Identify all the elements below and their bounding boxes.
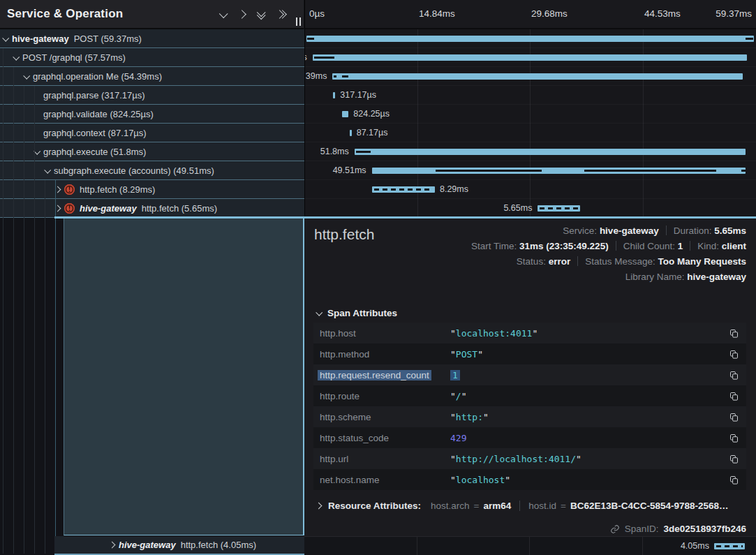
span-attributes-header[interactable]: Span Attributes bbox=[316, 308, 397, 318]
span-label: http.fetch (8.29ms) bbox=[80, 184, 155, 195]
span-bar[interactable] bbox=[350, 130, 352, 136]
timeline-row[interactable] bbox=[305, 29, 756, 48]
resource-attributes-row[interactable]: Resource Attributes: host.arch = arm64 h… bbox=[316, 501, 746, 511]
copy-icon bbox=[729, 475, 739, 485]
number-value: 429 bbox=[450, 433, 466, 443]
chevron-right-icon[interactable] bbox=[109, 542, 116, 549]
quote: " bbox=[576, 454, 581, 464]
span-bar[interactable] bbox=[372, 186, 435, 193]
tree-row[interactable]: POST /graphql (57.57ms) bbox=[0, 48, 304, 67]
attribute-value: "POST" bbox=[450, 349, 721, 360]
timeline-row[interactable]: 5.65ms bbox=[305, 199, 756, 218]
copy-value-button[interactable] bbox=[721, 453, 746, 464]
span-bar[interactable] bbox=[372, 168, 746, 174]
span-id-label: SpanID: bbox=[625, 524, 659, 534]
tree-row[interactable]: graphql.context (87.17µs) bbox=[0, 124, 304, 142]
tree-row[interactable]: !http.fetch (8.29ms) bbox=[0, 180, 304, 199]
timeline-row[interactable]: 57.57ms bbox=[305, 48, 756, 67]
tree-row[interactable]: subgraph.execute (accounts) (49.51ms) bbox=[0, 161, 304, 180]
quote: " bbox=[450, 328, 456, 339]
tree-row[interactable]: !hive-gatewayhttp.fetch (5.65ms) bbox=[0, 199, 304, 218]
indent-guide bbox=[13, 67, 14, 554]
meta-label: Status: bbox=[517, 256, 549, 267]
timeline-row[interactable]: 317.17µs bbox=[305, 86, 756, 105]
copy-value-button[interactable] bbox=[721, 327, 746, 339]
quote: " bbox=[450, 475, 456, 485]
span-attributes-table: http.host"localhost:4011"http.method"POS… bbox=[313, 323, 746, 490]
resource-attr-value: BC62E13B-C4CC-5854-9788-2568… bbox=[570, 501, 729, 511]
span-bar[interactable] bbox=[342, 111, 348, 117]
tree-row[interactable]: hive-gatewayPOST (59.37ms) bbox=[0, 29, 304, 48]
tick-label: 44.53ms bbox=[644, 8, 681, 19]
copy-value-button[interactable] bbox=[721, 348, 746, 360]
panel-resize-handle[interactable] bbox=[296, 17, 301, 26]
timeline-row[interactable]: 4.05ms bbox=[304, 537, 756, 555]
chevron-down-icon[interactable] bbox=[2, 34, 9, 41]
span-bar[interactable] bbox=[355, 149, 746, 155]
timeline-row[interactable]: 87.17µs bbox=[305, 124, 756, 142]
attribute-row[interactable]: http.request.resend_count1 bbox=[313, 364, 746, 385]
span-bar[interactable] bbox=[306, 36, 755, 42]
copy-icon bbox=[729, 412, 739, 422]
expand-all-icon[interactable] bbox=[276, 11, 286, 17]
attribute-row[interactable]: http.method"POST" bbox=[313, 343, 746, 364]
copy-value-button[interactable] bbox=[721, 474, 746, 485]
duration-label: 824.25µs bbox=[353, 109, 390, 119]
attribute-row[interactable]: http.status_code429 bbox=[313, 427, 746, 448]
equals-sign: = bbox=[561, 501, 566, 511]
chevron-down-icon[interactable] bbox=[44, 166, 51, 173]
collapse-all-icon[interactable] bbox=[258, 10, 264, 19]
attribute-row[interactable]: http.host"localhost:4011" bbox=[313, 323, 746, 343]
indent-guide bbox=[34, 86, 35, 554]
chevron-down-icon[interactable] bbox=[13, 53, 20, 60]
quote: " bbox=[450, 454, 456, 464]
timeline-row[interactable]: 8.29ms bbox=[305, 180, 756, 199]
copy-value-button[interactable] bbox=[721, 369, 746, 380]
quote: " bbox=[450, 391, 456, 401]
timeline-row[interactable]: 51.8ms bbox=[305, 142, 756, 161]
span-bar[interactable] bbox=[538, 205, 580, 212]
tree-row[interactable]: graphql.validate (824.25µs) bbox=[0, 105, 304, 124]
attribute-row[interactable]: net.host.name"localhost" bbox=[313, 469, 746, 490]
meta-value: error bbox=[549, 256, 571, 267]
quote: " bbox=[505, 475, 510, 485]
tree-row[interactable]: graphql.execute (51.8ms) bbox=[0, 142, 304, 161]
attribute-row[interactable]: http.scheme"http:" bbox=[313, 406, 746, 427]
tree-row[interactable]: graphql.parse (317.17µs) bbox=[0, 86, 304, 105]
span-bar[interactable] bbox=[313, 54, 747, 61]
meta-label: Child Count: bbox=[623, 241, 678, 251]
span-bar[interactable] bbox=[714, 543, 745, 549]
child-span-mark bbox=[356, 151, 371, 153]
attribute-row[interactable]: http.route"/" bbox=[313, 385, 746, 406]
timeline-row[interactable]: 824.25µs bbox=[305, 105, 756, 124]
attribute-row[interactable]: http.url"http://localhost:4011/" bbox=[313, 448, 746, 469]
copy-value-button[interactable] bbox=[721, 390, 746, 401]
divider bbox=[519, 501, 520, 511]
child-span-mark bbox=[741, 170, 745, 172]
span-label: POST (59.37ms) bbox=[74, 34, 142, 44]
copy-value-button[interactable] bbox=[721, 432, 746, 443]
tree-gutter bbox=[0, 218, 64, 555]
timeline-row[interactable]: 54.39ms bbox=[305, 67, 756, 86]
string-value: http: bbox=[456, 412, 483, 422]
span-bar[interactable] bbox=[332, 73, 743, 80]
duration-label: 87.17µs bbox=[357, 128, 388, 138]
link-icon[interactable] bbox=[610, 524, 620, 534]
indent-guide-active bbox=[55, 180, 56, 536]
tree-row[interactable]: graphql.operation Me (54.39ms) bbox=[0, 67, 304, 86]
collapse-one-icon[interactable] bbox=[220, 8, 226, 20]
chevron-down-icon[interactable] bbox=[23, 72, 30, 79]
expand-one-icon[interactable] bbox=[239, 8, 245, 20]
tree-bottom-row-holder: hive-gatewayhttp.fetch (4.05ms) bbox=[54, 536, 304, 555]
span-bar[interactable] bbox=[333, 92, 335, 98]
duration-label: 317.17µs bbox=[340, 90, 376, 100]
copy-icon bbox=[729, 454, 739, 464]
resource-attributes-title: Resource Attributes: bbox=[328, 501, 421, 511]
span-attributes-title: Span Attributes bbox=[327, 308, 397, 318]
timeline-row[interactable]: 49.51ms bbox=[305, 161, 756, 180]
tree-row[interactable]: hive-gatewayhttp.fetch (4.05ms) bbox=[54, 536, 304, 555]
error-icon: ! bbox=[64, 184, 75, 195]
span-label: http.fetch (5.65ms) bbox=[142, 203, 217, 214]
resource-attr-key: host.arch bbox=[431, 501, 470, 511]
copy-value-button[interactable] bbox=[721, 411, 746, 422]
